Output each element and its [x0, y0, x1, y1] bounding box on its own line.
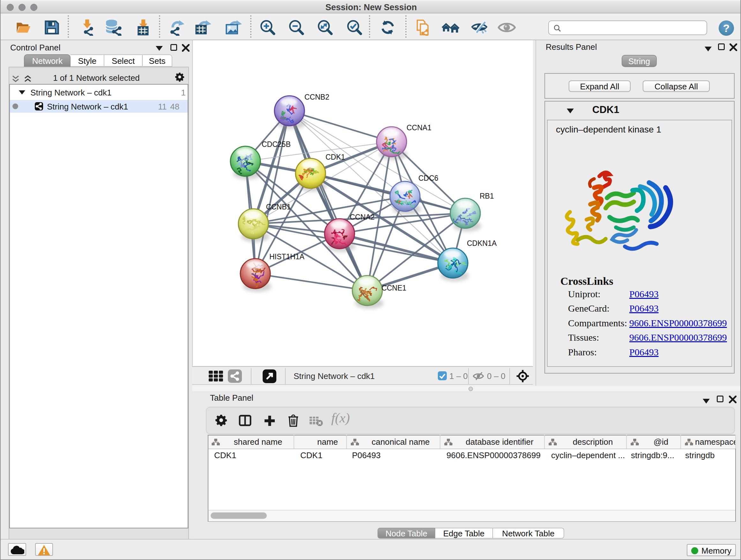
svg-text:RB1: RB1: [480, 192, 494, 200]
svg-text:CCNA1: CCNA1: [407, 124, 431, 132]
svg-text:HIST1H1A: HIST1H1A: [269, 253, 305, 261]
svg-text:CDKN1A: CDKN1A: [467, 239, 497, 247]
svg-text:CDC25B: CDC25B: [262, 140, 291, 148]
svg-text:CCNE1: CCNE1: [381, 284, 406, 292]
svg-text:CCNB1: CCNB1: [266, 203, 291, 211]
svg-text:CCNA2: CCNA2: [350, 213, 375, 221]
svg-text:CDK1: CDK1: [326, 153, 345, 161]
svg-text:CDC6: CDC6: [418, 174, 439, 182]
svg-text:CCNB2: CCNB2: [305, 93, 329, 101]
